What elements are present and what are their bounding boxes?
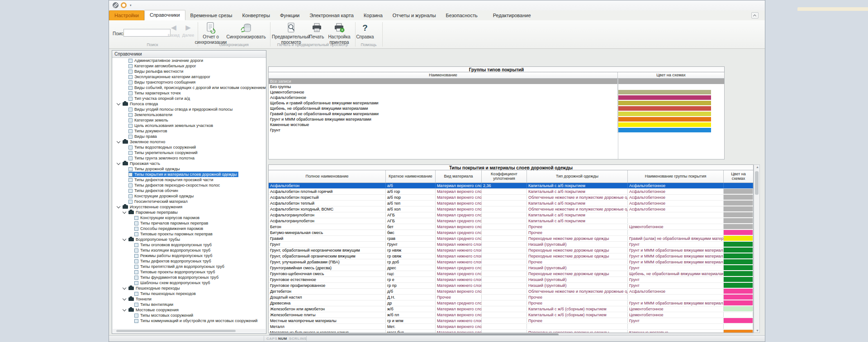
- tab-Функции[interactable]: Функции: [275, 11, 304, 20]
- material-row[interactable]: Грунтогравийная смесь (дресва)дресМатери…: [269, 265, 753, 271]
- group-row[interactable]: Грунт и МММ обработанные вяжущими матери…: [269, 117, 724, 122]
- group-row[interactable]: Грунт: [269, 127, 724, 133]
- sync-report-button[interactable]: Отчет о синхронизации: [193, 22, 229, 45]
- print-button[interactable]: Печать: [308, 22, 325, 40]
- back-button[interactable]: ◀ Назад: [167, 24, 180, 37]
- tree-item[interactable]: Типы водоотводных сооружений: [112, 145, 266, 150]
- tree-item[interactable]: Режимы работы водопропускных труб: [112, 253, 266, 258]
- toolbar-dropdown-icon[interactable]: ▾: [130, 4, 132, 7]
- material-row[interactable]: Дощатый настилД.Н.ПрочееПрочее: [269, 295, 753, 300]
- tree-item[interactable]: Водопропускные трубы: [112, 237, 266, 242]
- tree-item[interactable]: Типы грунта земляного полотна: [112, 155, 266, 161]
- column-header-full-name[interactable]: Полное наименование: [269, 170, 386, 183]
- material-row[interactable]: МеталлМет.Материал верхнего слоя: [269, 324, 753, 330]
- material-row[interactable]: АсфальтогранулобетонАГБМатериал среднего…: [269, 218, 753, 224]
- chevron-down-icon[interactable]: [123, 286, 126, 290]
- tree-item[interactable]: Виды права: [112, 134, 266, 139]
- material-row[interactable]: Грунт, улучшенный добавками (ПВА)гр добМ…: [269, 259, 753, 265]
- column-header-group-name[interactable]: Наименование группы покрытия: [628, 170, 724, 183]
- synchronize-button[interactable]: Синхронизировать: [226, 22, 266, 40]
- group-row[interactable]: Щебень и гравий обработанные вяжущими ма…: [269, 100, 724, 106]
- group-row[interactable]: Щебень, не обработанный вяжущими материа…: [269, 106, 724, 111]
- material-row[interactable]: Грунтовое естественноегр еМатериал нижне…: [269, 277, 753, 283]
- tree-item[interactable]: Категории автомобильных дорог: [112, 63, 266, 69]
- tree-item[interactable]: Типовые проекты водопропускных труб: [112, 269, 266, 275]
- tree-item[interactable]: Виды рельефа местности: [112, 69, 266, 74]
- material-row[interactable]: Асфальтобетон плотный горячийа/б горМате…: [269, 189, 753, 195]
- tree-item[interactable]: Проезжая часть: [112, 161, 266, 166]
- tree-item[interactable]: Конструкции дорожной одежды: [112, 193, 266, 199]
- tree-item[interactable]: Типы дефектов покрытия проезжей части: [112, 177, 266, 183]
- tree-item[interactable]: Эксплуатационные категории автодорог: [112, 74, 266, 80]
- printer-setup-button[interactable]: Настройка принтера: [325, 22, 353, 45]
- material-row[interactable]: Асфальтобетон теплыйа/б тепМатериал верх…: [269, 201, 753, 206]
- tree-item[interactable]: Виды транспортного сообщения: [112, 80, 266, 85]
- group-row[interactable]: Гравий (шлак) не обработанный вяжущими м…: [269, 111, 724, 117]
- tree-item[interactable]: Типы дефектов переходно-скоростных полос: [112, 183, 266, 188]
- column-header-color[interactable]: Цвет на схемах: [618, 72, 724, 78]
- material-row[interactable]: ДревесинадрМатериал среднего слояПрочееГ…: [269, 300, 753, 306]
- column-header-name[interactable]: Наименование: [269, 72, 618, 78]
- chevron-down-icon[interactable]: [123, 237, 126, 241]
- tree-item[interactable]: Конструкции корпусов паромов: [112, 215, 266, 220]
- material-row[interactable]: Железобетон или армобетонж/бМатериал вер…: [269, 306, 753, 312]
- tab-Временные срезы[interactable]: Временные срезы: [185, 11, 237, 20]
- chevron-down-icon[interactable]: [117, 161, 120, 165]
- material-row[interactable]: Грунт, обработанный органическим вяжущим…: [269, 253, 753, 259]
- tab-Безопасность[interactable]: Безопасность: [441, 11, 483, 20]
- tree-item[interactable]: Способы передвижения паромов: [112, 226, 266, 231]
- material-row[interactable]: Асфальтобетон холодный, ВОМСа/б холМатер…: [269, 206, 753, 212]
- column-header-compaction[interactable]: Коэффициент уплотнения: [482, 170, 527, 183]
- collapse-ribbon-button[interactable]: [751, 12, 759, 19]
- material-row[interactable]: Железобетонные плитыж/б плМатериал верхн…: [269, 312, 753, 318]
- tree-item[interactable]: Типовые проекты паромных переправ: [112, 231, 266, 237]
- tree-item[interactable]: Полоса отвода: [112, 101, 266, 107]
- material-row[interactable]: Грунт, обработанный неорганическим вяжущ…: [269, 248, 753, 253]
- help-button[interactable]: ? Справка: [352, 22, 378, 40]
- material-row[interactable]: Асфальтобетон пористыйа/б порМатериал ве…: [269, 195, 753, 201]
- materials-vertical-scrollbar[interactable]: ▲ ▼: [754, 164, 760, 333]
- material-row[interactable]: Местные малопрочные материалыгр и мпмМат…: [269, 318, 753, 324]
- tree-item[interactable]: Типы характерных точек: [112, 90, 266, 96]
- tree-item[interactable]: Искусственные сооружения: [112, 204, 266, 210]
- tab-Конвертеры[interactable]: Конвертеры: [237, 11, 275, 20]
- tree-item[interactable]: Типы изоляции водопропускных труб: [112, 248, 266, 253]
- chevron-down-icon[interactable]: [123, 210, 126, 214]
- material-row[interactable]: ГрунтГрунтМатериал нижнего слояНизший (г…: [269, 242, 753, 248]
- material-row[interactable]: Асфальтобетона/бМатериал верхнего слоя2,…: [269, 183, 753, 189]
- tab-Корзина[interactable]: Корзина: [359, 11, 388, 20]
- tree-item[interactable]: Типы дефектов обочин: [112, 188, 266, 193]
- material-row[interactable]: Грунтово-щебеночная смесьгщсМатериал сре…: [269, 271, 753, 277]
- column-header-short-name[interactable]: Краткое наименование: [386, 170, 436, 183]
- chevron-down-icon[interactable]: [123, 308, 126, 311]
- tree-item[interactable]: Типы пешеходных переходов: [112, 291, 266, 296]
- tree-item[interactable]: Виды событий, происходящих с дорогой или…: [112, 85, 266, 90]
- tree-item[interactable]: Типы причалов паромных переправ: [112, 220, 266, 226]
- group-row[interactable]: Цементобетонное: [269, 89, 724, 95]
- tree-item[interactable]: Виды угодий полосы отвода и придорожной …: [112, 107, 266, 112]
- tree-item[interactable]: Мостовые сооружения: [112, 307, 266, 313]
- material-row[interactable]: БетонбетМатериал верхнего слояПрочееЦеме…: [269, 224, 753, 230]
- tree-item[interactable]: Цель использования земельных участков: [112, 123, 266, 128]
- chevron-down-icon[interactable]: [117, 102, 120, 105]
- tree-item[interactable]: Типы укрепительных сооружений: [112, 150, 266, 155]
- tree-item[interactable]: Паромные переправы: [112, 210, 266, 215]
- tree-item[interactable]: Тоннели: [112, 296, 266, 302]
- tab-Электронная карта[interactable]: Электронная карта: [304, 11, 359, 20]
- tree-horizontal-scrollbar[interactable]: [113, 329, 266, 333]
- tree-item[interactable]: Земляное полотно: [112, 139, 266, 145]
- tree-item[interactable]: Геосинтетический материал: [112, 199, 266, 204]
- group-row[interactable]: Без группы: [269, 84, 724, 89]
- column-header-scheme-color[interactable]: Цвет на схемах: [724, 170, 753, 183]
- group-row[interactable]: Все записи: [269, 79, 724, 84]
- tree-item[interactable]: Типы дорожной одежды: [112, 166, 266, 172]
- tree-item[interactable]: Категории земель: [112, 117, 266, 123]
- material-row[interactable]: АсфальтогранулобетонАГБМатериал среднего…: [269, 212, 753, 218]
- print-preview-button[interactable]: Предварительный просмотр: [272, 22, 310, 45]
- tree-item[interactable]: Административное значение дороги: [112, 58, 266, 63]
- search-input[interactable]: [123, 29, 171, 37]
- material-row[interactable]: ГравийгравМатериал среднего слояПереходн…: [269, 236, 753, 242]
- tree-item[interactable]: Тип участка опорной сети а/д: [112, 96, 266, 101]
- material-row[interactable]: Мостовая из булыжного и колотого камнямо…: [269, 330, 753, 333]
- tree-item[interactable]: Типы мостовых сооружений: [112, 313, 266, 318]
